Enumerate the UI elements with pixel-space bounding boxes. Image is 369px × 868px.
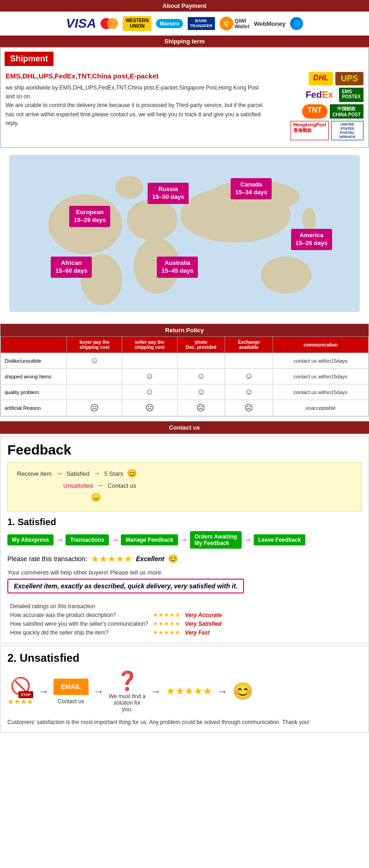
seller-wrong: ☺ [122, 369, 178, 384]
maestro-logo: Maestro [156, 19, 183, 28]
unsatisfied-flow-label: Unsatisfied [63, 482, 93, 489]
table-row: quality problem ☺ ☺ ☺ contact us within1… [1, 384, 369, 400]
hkpost-logo: HongkongPost香港郵政 [291, 121, 329, 140]
rating-desc-1: Very Accurate [183, 611, 224, 619]
buyer-dislike: ☺ [67, 353, 122, 369]
email-icon: EMAIL Contact us [54, 678, 89, 705]
comm-dislike: contact us within15days [273, 353, 368, 369]
rating-q1: How accurate was the product description… [8, 611, 150, 619]
unsat-footer: Customers' satisfaction is the most impo… [7, 718, 362, 727]
feedback-section: Feedback Receive item → Satisfied → 5 St… [0, 436, 369, 643]
exchange-dislike [225, 353, 273, 369]
contact-flow-label: Contact us [107, 482, 136, 489]
receive-item-label: Receive item [17, 470, 52, 477]
unsatisfied-section: 2. Unsatisfied 🚫 STOP ★★★★ → EMAIL Conta… [0, 646, 369, 733]
detailed-ratings: Detailed ratings on this transaction How… [7, 602, 362, 637]
mastercard-logo [101, 18, 118, 29]
contact-header: Contact us [0, 421, 369, 434]
step-arrow1: → [55, 535, 64, 545]
feedback-flow-box: Receive item → Satisfied → 5 Stars 😊 Uns… [7, 462, 362, 511]
seller-quality: ☺ [122, 384, 178, 400]
world-map-container: Russia15–50 days Canada15–34 days Europe… [9, 155, 360, 312]
tnt-logo: TNT [302, 104, 327, 119]
excellent-box: Excellent item, exactly as described, qu… [7, 579, 244, 593]
return-policy-section: Return Policy buyer pay theshipping cost… [0, 323, 369, 417]
step-leave-feedback[interactable]: Leave Feedback [254, 534, 306, 545]
step-manage-feedback[interactable]: Manage Feedback [121, 534, 178, 545]
photo-wrong: ☺ [177, 369, 225, 384]
feedback-title: Feedback [7, 442, 362, 458]
rate-label: Please rate this transaction: [7, 555, 87, 563]
col-issue [1, 337, 67, 353]
svg-point-7 [115, 176, 143, 199]
rating-row-2: How satisfied were you with the seller's… [8, 620, 224, 628]
flow-arrow2: → [93, 469, 101, 478]
satisfied-heading: 1. Satisfied [7, 517, 362, 527]
western-union-logo: WESTERNUNION [123, 16, 151, 31]
photo-quality: ☺ [177, 384, 225, 400]
rating-row-3: How quickly did the seller ship the item… [8, 629, 224, 636]
issue-quality: quality problem [1, 384, 67, 400]
step-transactions[interactable]: Transactions [65, 534, 109, 545]
rating-q2: How satisfied were you with the seller's… [8, 620, 150, 628]
no-stop-icon: 🚫 STOP ★★★★ [7, 676, 33, 706]
svg-point-1 [127, 199, 178, 240]
visa-logo: VISA [66, 16, 96, 31]
unsat-arrow4: → [217, 685, 228, 698]
seller-dislike [122, 353, 178, 369]
america-label: America15–26 days [291, 229, 332, 250]
qiwi-logo: Q QIWIWallet [220, 17, 250, 30]
satisfied-flow-label: Satisfied [66, 470, 89, 477]
usps-logo: UNITED STATESPOSTAL SERVICE [331, 121, 363, 140]
exchange-quality: ☺ [225, 384, 273, 400]
exchange-wrong: ☺ [225, 369, 273, 384]
shipment-text: EMS,DHL,UPS,FedEx,TNT,China post,E-packe… [6, 72, 267, 140]
svg-point-9 [302, 208, 316, 231]
question-person: ❓ We must find a solution for you. [109, 670, 146, 712]
african-label: African15–60 days [51, 257, 92, 278]
step-arrow3: → [180, 535, 188, 545]
fedex-logo: FedEx [302, 88, 337, 102]
step-myaliexpress[interactable]: My Aliexpress [7, 534, 54, 545]
shipment-box: Shipment EMS,DHL,UPS,FedEx,TNT,China pos… [0, 47, 369, 148]
shipping-term-header: Shipping term [0, 36, 369, 47]
world-map-section: Russia15–50 days Canada15–34 days Europe… [0, 148, 369, 319]
ratings-header-row: Detailed ratings on this transaction [8, 603, 224, 610]
photo-dislike [177, 353, 225, 369]
rating-stars-3: ★★★★★ [151, 629, 182, 636]
shipping-description: we ship worldwide by EMS,DHL,UPS,FedEx,T… [6, 84, 267, 128]
table-row: shipped wrong Items ☺ ☺ ☺ contact us wit… [1, 369, 369, 384]
comm-quality: contact us within15days [273, 384, 368, 400]
col-seller: seller pay theshipping cost [122, 337, 178, 353]
seller-artificial: ☹ [122, 400, 178, 416]
buyer-wrong [67, 369, 122, 384]
step-arrow2: → [111, 535, 119, 545]
chinapost-logo: 中国邮政CHINA POST [330, 104, 363, 119]
happy-face-icon: 😊 [232, 682, 253, 701]
steps-row: My Aliexpress → Transactions → Manage Fe… [7, 531, 362, 549]
rating-q3: How quickly did the seller ship the item… [8, 629, 150, 636]
contact-us-label: Contact us [58, 698, 84, 705]
exchange-artificial: ☹ [225, 400, 273, 416]
rating-stars-2: ★★★★★ [151, 620, 182, 628]
issue-dislike: Dislike/unsuitble [1, 353, 67, 369]
unsat-stars-icon: ★★★★★ [166, 685, 212, 697]
step-arrow4: → [244, 535, 252, 545]
stop-sign: STOP [18, 691, 33, 698]
buyer-artificial: ☹ [67, 400, 122, 416]
european-label: European15–29 days [69, 206, 110, 227]
buyer-quality [67, 384, 122, 400]
unsat-arrow1: → [38, 685, 49, 698]
rating-stars-1: ★★★★★ [151, 611, 182, 619]
webmoney-logo: WebMoney [254, 20, 286, 27]
rate-row: Please rate this transaction: ★★★★★ Exce… [7, 553, 362, 564]
ems-logo: EMSPOSTEX [339, 88, 363, 102]
return-policy-header: Return Policy [0, 324, 369, 336]
couriers-title: EMS,DHL,UPS,FedEx,TNT,China post,E-packe… [6, 72, 267, 80]
rate-stars: ★★★★★ [91, 553, 132, 564]
col-comm: communication [273, 337, 368, 353]
happy-emoji-flow: 😊 [127, 468, 137, 479]
rating-desc-2: Very Satisfied [183, 620, 224, 628]
step-orders-awaiting[interactable]: Orders AwaitingMy Feedback [190, 531, 242, 549]
flow-arrow1: → [55, 469, 63, 478]
